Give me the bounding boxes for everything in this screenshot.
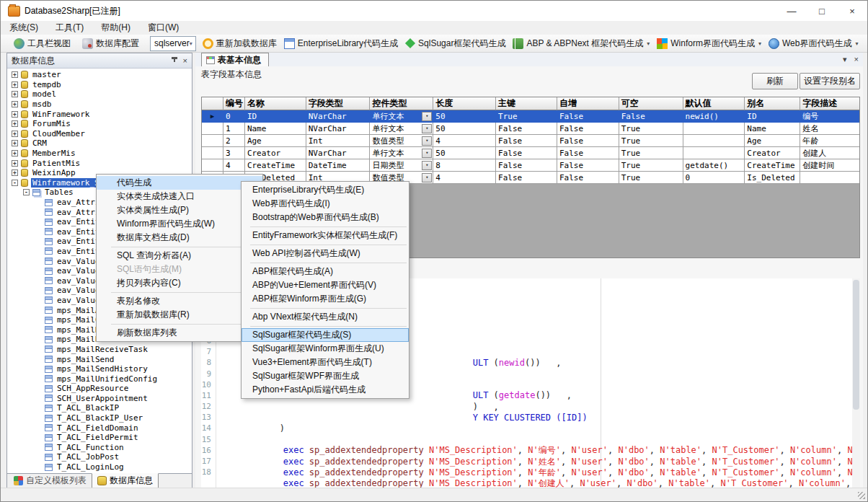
tree-expander[interactable]: + [12,150,18,157]
refresh-button[interactable]: 刷新 [752,73,798,89]
cell-primary-key[interactable]: False [496,147,557,159]
grid-header-cell[interactable]: 主键 [496,97,557,110]
tree-item[interactable]: + MemberMis [7,149,192,159]
grid-header-cell[interactable]: 控件类型 [370,97,433,110]
toolbar-button[interactable]: Winform界面代码生成 ▾ [653,35,765,51]
tree-expander[interactable]: - [23,189,30,195]
cell-length[interactable]: 4 [433,135,496,147]
table-row[interactable]: 1 Name NVarChar 单行文本 ▾ 50 False False Tr… [202,123,859,135]
cell-alias[interactable]: ID [745,110,800,123]
tree-item[interactable]: SCH_AppResource [7,384,192,394]
dropdown-button[interactable]: ▾ [422,149,432,158]
cell-alias[interactable]: Creator [745,147,800,159]
table-row[interactable]: 2 Age Int 数值类型 ▾ 4 False False True Age [202,135,859,147]
dropdown-button[interactable]: ▾ [422,161,432,170]
toolbar-button[interactable]: 重新加载数据库 [199,35,280,51]
cell-description[interactable] [800,172,859,184]
submenu-item[interactable]: ABP框架代码生成(A) [242,265,409,278]
grid-header-cell[interactable]: 编号 [223,97,245,110]
tree-expander[interactable]: + [12,111,18,118]
grid-header-cell[interactable]: 字段类型 [306,97,371,110]
row-selector-cell[interactable] [202,159,223,172]
toolbar-button[interactable]: Web界面代码生成 ▾ [765,35,862,51]
submenu-item[interactable]: ABP的Vue+Element界面代码(V) [242,278,409,292]
cell-auto-increment[interactable]: False [557,159,619,172]
tree-item[interactable]: mps_MailReceiveTask [7,345,192,355]
grid-header-cell[interactable]: 别名 [745,97,800,110]
cell-default-value[interactable]: newid() [683,110,745,123]
tree-expander[interactable]: + [12,160,18,167]
tree-expander[interactable]: + [12,71,18,78]
tree-item[interactable]: mps_MailSendHistory [7,364,192,374]
cell-default-value[interactable] [683,147,745,159]
tree-expander[interactable]: + [12,131,18,137]
cell-default-value[interactable]: getdate() [683,159,745,172]
cell-default-value[interactable] [683,123,745,135]
cell-nullable[interactable]: True [619,135,683,147]
cell-nullable[interactable]: False [619,110,683,123]
cell-length[interactable]: 4 [433,172,496,184]
cell-field-type[interactable]: DateTime [306,159,371,172]
cell-auto-increment[interactable]: False [557,110,619,123]
cell-primary-key[interactable]: False [496,135,557,147]
cell-field-type[interactable]: Int [306,135,371,147]
cell-control-type[interactable]: 日期类型 ▾ [370,159,433,172]
menu-bar-item[interactable]: 窗口(W) [139,21,187,35]
menu-item[interactable]: 实体类属性生成(P) [97,203,262,217]
cell-alias[interactable]: Is_Deleted [745,172,800,184]
menu-item[interactable]: 拷贝列表内容(C) [97,276,262,290]
tree-item[interactable]: + ForumMis [7,119,192,129]
cell-number[interactable]: 3 [223,147,245,159]
menu-item[interactable]: 实体类生成快速入口 ▸ [97,190,262,203]
cell-description[interactable]: 姓名 [800,123,859,135]
tree-item[interactable]: + msdb [7,100,192,110]
tree-item[interactable]: T_ACL_BlackIP_User [7,413,192,423]
tree-expander[interactable]: - [12,180,18,186]
set-alias-button[interactable]: 设置字段别名 [800,73,860,89]
submenu-item[interactable]: ABP框架Winform界面生成(G) [242,292,409,306]
cell-alias[interactable]: CreateTime [745,159,800,172]
tree-item[interactable]: T_ACL_JobPost [7,452,192,462]
cell-primary-key[interactable]: False [496,159,557,172]
cell-description[interactable]: 创建时间 [800,159,859,172]
row-selector-cell[interactable] [202,147,223,159]
cell-length[interactable]: 50 [433,110,496,123]
menu-item[interactable]: 刷新数据库列表 [97,326,262,340]
tree-item[interactable]: + WinFramework [7,109,192,119]
tree-item[interactable]: mps_MailUnifiedConfig [7,374,192,384]
tree-expander[interactable]: + [12,82,18,88]
tree-expander[interactable]: + [12,140,18,146]
tree-item[interactable]: T_ACL_FieldDomain [7,423,192,433]
panel-tab[interactable]: 自定义模板列表 [9,474,92,488]
menu-item[interactable]: 数据库文档生成(D) [97,231,262,245]
cell-length[interactable]: 8 [433,159,496,172]
dropdown-button[interactable]: ▾ [422,124,432,133]
tree-item[interactable]: T_ACL_Function [7,443,192,453]
cell-primary-key[interactable]: False [496,172,557,184]
submenu-item[interactable]: Bootstrap的Web界面代码生成(B) [242,211,409,224]
minimize-button[interactable]: — [776,1,807,21]
dropdown-button[interactable]: ▾ [422,112,432,121]
tree-expander[interactable]: + [12,91,18,97]
cell-name[interactable]: Creator [245,147,306,159]
cell-control-type[interactable]: 单行文本 ▾ [370,123,433,135]
toolbar-button[interactable]: ABP & ABPNext 框架代码生成 ▾ [509,35,653,51]
document-close-icon[interactable]: × [854,55,859,64]
cell-auto-increment[interactable]: False [557,147,619,159]
cell-name[interactable]: Name [245,123,306,135]
cell-nullable[interactable]: True [619,147,683,159]
cell-nullable[interactable]: True [619,159,683,172]
tab-list-chevron-icon[interactable]: ▾ [843,55,847,64]
menu-item[interactable]: 代码生成 ▸ [97,176,262,190]
menu-item[interactable]: SQL语句生成(M) ▸ [97,263,262,276]
tree-expander[interactable]: + [12,101,18,107]
cell-alias[interactable]: Age [745,135,800,147]
scrollbar-thumb[interactable] [853,280,859,410]
submenu-item[interactable]: Python+FastApi后端代码生成 [242,383,409,397]
menu-bar-item[interactable]: 系统(S) [1,21,47,35]
cell-description[interactable]: 编号 [800,110,859,123]
menu-bar-item[interactable]: 工具(T) [47,21,92,35]
cell-field-type[interactable]: NVarChar [306,123,371,135]
cell-auto-increment[interactable]: False [557,135,619,147]
submenu-item[interactable]: EnterpriseLibrary代码生成(E) [242,183,409,197]
